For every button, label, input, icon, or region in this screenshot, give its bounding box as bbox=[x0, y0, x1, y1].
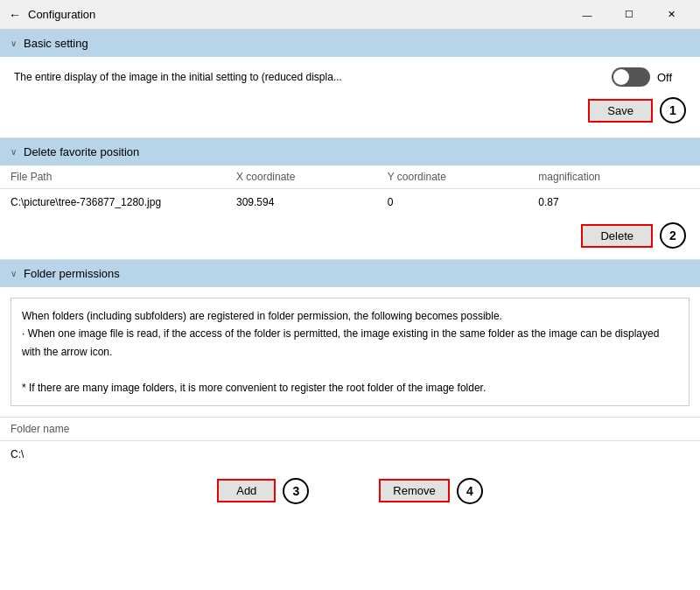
folder-table-header: Folder name bbox=[0, 417, 700, 441]
back-button[interactable]: ← bbox=[9, 8, 21, 22]
delete-section-body: File Path X coordinate Y coordinate magn… bbox=[0, 165, 700, 260]
table-header: File Path X coordinate Y coordinate magn… bbox=[0, 165, 700, 189]
basic-setting-body: The entire display of the image in the i… bbox=[0, 57, 700, 138]
chevron-icon-2: ∨ bbox=[10, 147, 17, 157]
title-bar: ← Configuration — ☐ ✕ bbox=[0, 0, 700, 30]
minimize-button[interactable]: — bbox=[567, 5, 607, 25]
delete-favorite-title: Delete favorite position bbox=[24, 145, 139, 158]
cell-y-coord: 0 bbox=[388, 196, 539, 208]
folder-perm-title: Folder permissions bbox=[24, 267, 120, 280]
callout-2: 2 bbox=[660, 222, 686, 249]
toggle-state-label: Off bbox=[657, 71, 672, 84]
folder-perm-header: ∨ Folder permissions bbox=[0, 260, 700, 287]
delete-favorite-header: ∨ Delete favorite position bbox=[0, 138, 700, 165]
save-button[interactable]: Save bbox=[588, 99, 653, 123]
remove-button[interactable]: Remove bbox=[379, 479, 449, 502]
col-folder-value bbox=[116, 423, 690, 435]
callout-4: 4 bbox=[457, 478, 483, 504]
table-row: C:\picture\tree-736877_1280.jpg 309.594 … bbox=[0, 189, 700, 215]
cell-folder-value bbox=[116, 448, 690, 460]
delete-btn-row: Delete 2 bbox=[0, 215, 700, 259]
window-controls: — ☐ ✕ bbox=[567, 5, 691, 25]
toggle-knob bbox=[613, 69, 629, 85]
add-button[interactable]: Add bbox=[217, 479, 276, 502]
delete-button[interactable]: Delete bbox=[581, 224, 653, 248]
maximize-button[interactable]: ☐ bbox=[609, 5, 649, 25]
save-callout-wrapper: Save 1 bbox=[588, 97, 686, 123]
folder-perm-description: When folders (including subfolders) are … bbox=[10, 298, 690, 406]
folder-table-row: C:\ bbox=[0, 441, 700, 467]
folder-perm-body: When folders (including subfolders) are … bbox=[0, 298, 700, 515]
col-file-path: File Path bbox=[10, 171, 236, 183]
folder-perm-desc-text: When folders (including subfolders) are … bbox=[22, 310, 659, 394]
col-folder-name: Folder name bbox=[10, 423, 116, 435]
cell-folder-name: C:\ bbox=[10, 448, 116, 460]
cell-magnification: 0.87 bbox=[538, 196, 690, 208]
close-button[interactable]: ✕ bbox=[651, 5, 691, 25]
col-y-coord: Y coordinate bbox=[388, 171, 539, 183]
basic-setting-header: ∨ Basic setting bbox=[0, 30, 700, 57]
cell-x-coord: 309.594 bbox=[236, 196, 388, 208]
content-area: ∨ Basic setting The entire display of th… bbox=[0, 30, 700, 590]
col-x-coord: X coordinate bbox=[236, 171, 388, 183]
display-toggle[interactable] bbox=[612, 67, 650, 87]
col-magnification: magnification bbox=[538, 171, 690, 183]
delete-callout-wrapper: Delete 2 bbox=[581, 222, 686, 249]
chevron-icon: ∨ bbox=[10, 39, 17, 48]
window-title: Configuration bbox=[28, 8, 95, 21]
folder-btn-row: Add 3 Remove 4 bbox=[0, 467, 700, 515]
callout-1: 1 bbox=[660, 97, 686, 123]
chevron-icon-3: ∨ bbox=[10, 269, 17, 278]
remove-callout-wrapper: Remove 4 bbox=[379, 478, 482, 504]
cell-file-path: C:\picture\tree-736877_1280.jpg bbox=[10, 196, 236, 208]
callout-3: 3 bbox=[283, 478, 309, 504]
basic-setting-title: Basic setting bbox=[24, 37, 88, 50]
toggle-area: Off bbox=[612, 67, 672, 87]
add-callout-wrapper: Add 3 bbox=[217, 478, 309, 504]
setting-description: The entire display of the image in the i… bbox=[14, 71, 612, 83]
